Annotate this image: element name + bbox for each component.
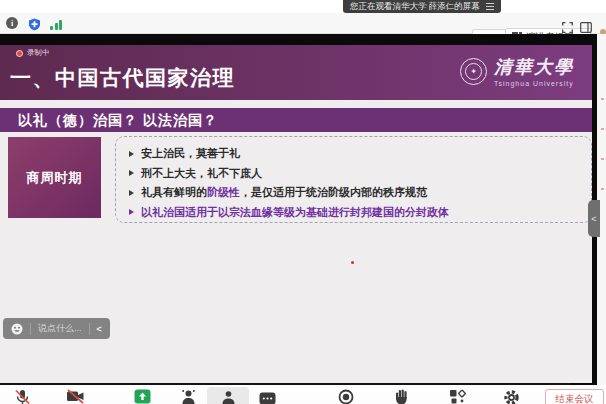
bullet-text-segment: 礼具有鲜明的 xyxy=(141,185,207,200)
bullet-text-segment: 刑不上大夫，礼不下庶人 xyxy=(141,166,262,181)
bullet-arrow-icon xyxy=(129,151,134,157)
tooltip-text: 您正在观看清华大学 薛添仁的屏幕 xyxy=(350,1,480,13)
tsinghua-logo: ✦ 清華大學 Tsinghua University xyxy=(460,55,574,87)
bullet-arrow-icon xyxy=(129,209,134,215)
recording-dot-icon xyxy=(16,50,23,57)
emoji-smiley-icon[interactable] xyxy=(11,323,23,335)
recording-label: 录制中 xyxy=(27,48,50,58)
chat-input-pill[interactable]: 说点什么... < xyxy=(3,318,110,339)
slide-body: 以礼（德）治国？ 以法治国？ 商周时期 安上治民，莫善于礼刑不上大夫，礼不下庶人… xyxy=(0,100,592,383)
shared-screen-area: 录制中 一、中国古代国家治理 ✦ 清華大學 Tsinghua Universit… xyxy=(0,34,606,385)
end-meeting-button[interactable]: 结束会议 xyxy=(545,389,604,404)
meeting-topbar: i 25:48 演讲者视图 xyxy=(0,13,606,34)
chat-collapse-icon[interactable]: < xyxy=(97,324,102,334)
recording-badge: 录制中 xyxy=(16,48,50,58)
bullet-line: 安上治民，莫善于礼 xyxy=(129,144,591,164)
bullet-points-box: 安上治民，莫善于礼刑不上大夫，礼不下庶人礼具有鲜明的阶级性，是仅适用于统治阶级内… xyxy=(115,136,592,223)
mic-muted-icon[interactable] xyxy=(14,389,31,404)
bullet-text-segment: 安上治民，莫善于礼 xyxy=(141,146,240,161)
share-screen-icon[interactable] xyxy=(134,389,151,404)
security-shield-icon[interactable] xyxy=(28,17,41,35)
bullet-text-segment: 阶级性 xyxy=(207,185,240,200)
bullet-arrow-icon xyxy=(129,190,134,196)
tsinghua-emblem-icon: ✦ xyxy=(460,58,487,85)
record-icon[interactable] xyxy=(338,389,354,404)
network-signal-icon[interactable] xyxy=(50,19,62,30)
bullet-line: 以礼治国适用于以宗法血缘等级为基础进行封邦建国的分封政体 xyxy=(129,203,591,223)
meeting-app-window: 您正在观看清华大学 薛添仁的屏幕 i 25:48 演讲者视图 xyxy=(0,0,606,404)
bullet-text-segment: 封邦建国的分封政体 xyxy=(350,205,449,220)
info-icon[interactable]: i xyxy=(6,17,18,29)
laser-pointer-dot xyxy=(351,261,354,264)
bullet-text-segment: 适用于以宗法血缘等级为基础进行 xyxy=(185,205,350,220)
era-label-box: 商周时期 xyxy=(8,137,101,218)
bullet-line: 刑不上大夫，礼不下庶人 xyxy=(129,164,591,184)
member-manage-icon[interactable] xyxy=(221,390,236,404)
divider xyxy=(89,323,90,335)
raise-hand-icon[interactable] xyxy=(394,389,409,404)
chevron-left-icon: < xyxy=(591,214,596,224)
apps-layout-icon[interactable] xyxy=(449,389,466,404)
settings-gear-icon[interactable] xyxy=(503,389,520,404)
bullet-text-segment: ，是仅适用于统治阶级内部的秩序规范 xyxy=(240,185,427,200)
bullet-text-segment: 以礼治国 xyxy=(141,205,185,220)
bullet-arrow-icon xyxy=(129,170,134,176)
slide-title: 一、中国古代国家治理 xyxy=(10,64,235,92)
divider xyxy=(30,323,31,335)
panel-collapse-button[interactable]: < xyxy=(588,200,600,237)
camera-muted-icon[interactable] xyxy=(66,389,85,404)
hamburger-menu-icon[interactable] xyxy=(486,3,494,10)
participants-icon[interactable] xyxy=(180,389,197,404)
logo-cn-text: 清華大學 xyxy=(494,55,574,79)
slide-header: 录制中 一、中国古代国家治理 ✦ 清華大學 Tsinghua Universit… xyxy=(0,45,592,100)
meeting-toolbar: 结束会议 xyxy=(0,385,606,404)
slide-subtitle-bar: 以礼（德）治国？ 以法治国？ xyxy=(0,108,592,132)
chat-placeholder[interactable]: 说点什么... xyxy=(38,322,82,335)
bullet-line: 礼具有鲜明的阶级性，是仅适用于统治阶级内部的秩序规范 xyxy=(129,183,591,203)
screen-watching-tooltip: 您正在观看清华大学 薛添仁的屏幕 xyxy=(343,0,501,13)
more-options-icon[interactable] xyxy=(259,391,276,404)
logo-en-text: Tsinghua University xyxy=(494,80,574,87)
